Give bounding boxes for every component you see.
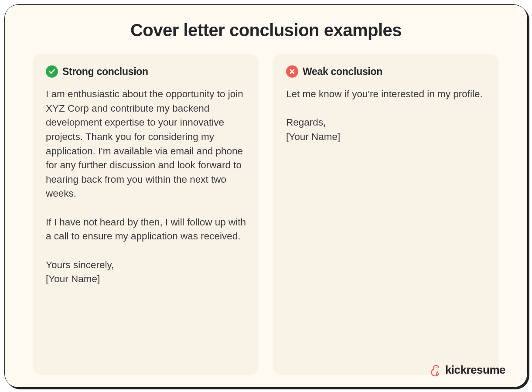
weak-panel-title: Weak conclusion [303,66,382,78]
weak-panel-header: Weak conclusion [286,65,486,78]
card: Cover letter conclusion examples Strong … [4,4,528,388]
strong-conclusion-panel: Strong conclusion I am enthusiastic abou… [33,54,259,375]
brand: kickresume [429,363,505,377]
brand-logo-icon [429,364,442,377]
check-icon [46,65,58,78]
strong-panel-title: Strong conclusion [62,66,148,78]
weak-panel-body: Let me know if you're interested in my p… [286,87,486,144]
columns: Strong conclusion I am enthusiastic abou… [33,54,499,375]
weak-conclusion-panel: Weak conclusion Let me know if you're in… [273,54,499,375]
page-title: Cover letter conclusion examples [33,20,499,40]
svg-point-2 [437,367,437,368]
brand-text: kickresume [445,363,505,377]
strong-panel-header: Strong conclusion [46,65,246,78]
strong-panel-body: I am enthusiastic about the opportunity … [46,87,246,286]
cross-icon [286,65,298,78]
